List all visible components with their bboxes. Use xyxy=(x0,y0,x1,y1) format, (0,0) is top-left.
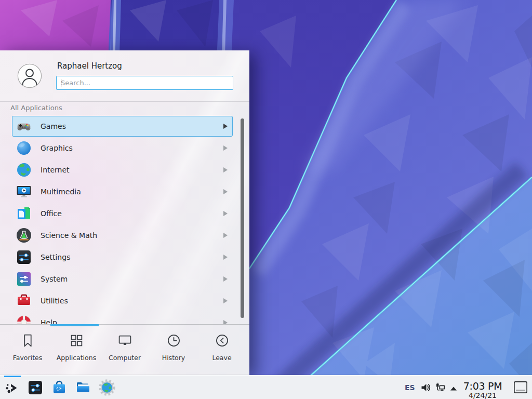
tab-label: Favorites xyxy=(3,354,52,362)
category-label: Graphics xyxy=(41,144,73,152)
web-browser-icon[interactable] xyxy=(99,379,115,396)
desktop: Raphael Hertzog All Applications xyxy=(0,0,532,399)
digital-clock[interactable]: 7:03 PM 4/24/21 xyxy=(461,381,504,399)
section-label: All Applications xyxy=(10,104,62,112)
tab-leave[interactable]: Leave xyxy=(197,334,246,362)
application-launcher-button[interactable] xyxy=(2,376,23,399)
submenu-arrow-icon xyxy=(223,124,228,129)
category-internet[interactable]: Internet xyxy=(12,159,233,180)
submenu-arrow-icon xyxy=(223,298,228,303)
category-label: System xyxy=(41,275,68,283)
settings-icon xyxy=(16,249,32,265)
expand-tray-arrow-icon[interactable] xyxy=(449,384,458,391)
utilities-icon xyxy=(16,292,32,309)
tabbar-separator xyxy=(0,324,249,325)
file-manager-icon[interactable] xyxy=(75,379,91,396)
submenu-arrow-icon xyxy=(223,233,228,238)
help-icon xyxy=(16,314,32,324)
user-avatar-icon[interactable] xyxy=(17,63,42,88)
category-label: Science & Math xyxy=(41,231,97,240)
applications-icon xyxy=(70,340,84,350)
category-science-math[interactable]: Science & Math xyxy=(12,225,233,246)
clock-date: 4/24/21 xyxy=(461,391,504,399)
office-icon xyxy=(16,205,32,222)
submenu-arrow-icon xyxy=(223,255,228,260)
show-desktop-button[interactable] xyxy=(514,381,527,393)
category-multimedia[interactable]: Multimedia xyxy=(12,181,233,202)
scrollbar-handle[interactable] xyxy=(241,118,244,318)
tab-label: History xyxy=(149,354,198,362)
history-icon xyxy=(167,340,181,350)
category-label: Games xyxy=(41,122,66,130)
application-launcher-menu: Raphael Hertzog All Applications xyxy=(0,50,249,375)
discover-software-center-icon[interactable] xyxy=(51,379,68,396)
multimedia-icon xyxy=(16,183,32,200)
submenu-arrow-icon xyxy=(223,189,228,194)
submenu-arrow-icon xyxy=(223,211,228,216)
user-name: Raphael Hertzog xyxy=(57,61,122,71)
tab-label: Computer xyxy=(100,354,149,362)
clock-time: 7:03 PM xyxy=(461,381,504,391)
science-icon xyxy=(16,227,32,244)
submenu-arrow-icon xyxy=(223,276,228,282)
category-label: Utilities xyxy=(41,297,68,305)
submenu-arrow-icon xyxy=(223,167,228,172)
taskbar: ES 7:03 PM 4/24/21 xyxy=(0,375,532,399)
category-office[interactable]: Office xyxy=(12,203,233,224)
pinned-apps xyxy=(27,379,115,396)
volume-icon[interactable] xyxy=(420,382,431,393)
launcher-active-indicator xyxy=(4,376,21,377)
graphics-icon xyxy=(16,140,32,156)
games-icon xyxy=(16,118,32,135)
category-label: Internet xyxy=(41,166,70,174)
tab-favorites[interactable]: Favorites xyxy=(3,334,52,362)
favorites-icon xyxy=(21,340,35,350)
tab-label: Leave xyxy=(197,354,246,362)
submenu-arrow-icon xyxy=(223,320,228,324)
category-utilities[interactable]: Utilities xyxy=(12,290,233,311)
internet-icon xyxy=(16,162,32,178)
category-label: Settings xyxy=(41,253,70,261)
category-label: Help xyxy=(41,318,57,324)
tab-history[interactable]: History xyxy=(149,334,198,362)
text-caret xyxy=(61,79,61,87)
system-icon xyxy=(16,271,32,287)
kde-launcher-icon xyxy=(4,380,21,396)
category-help[interactable]: Help xyxy=(12,312,233,324)
launcher-header: Raphael Hertzog xyxy=(0,50,249,102)
leave-icon xyxy=(215,340,229,350)
tab-computer[interactable]: Computer xyxy=(100,334,149,362)
computer-icon xyxy=(118,340,132,350)
category-settings[interactable]: Settings xyxy=(12,247,233,268)
category-label: Multimedia xyxy=(41,188,81,196)
category-label: Office xyxy=(41,209,62,218)
system-settings-icon[interactable] xyxy=(27,379,44,396)
category-system[interactable]: System xyxy=(12,269,233,289)
tab-label: Applications xyxy=(52,354,101,362)
network-icon[interactable] xyxy=(435,382,446,393)
submenu-arrow-icon xyxy=(223,145,228,151)
active-tab-indicator xyxy=(50,324,99,326)
category-graphics[interactable]: Graphics xyxy=(12,138,233,158)
keyboard-layout-indicator[interactable]: ES xyxy=(405,383,415,392)
tab-applications[interactable]: Applications xyxy=(52,334,101,362)
category-games[interactable]: Games xyxy=(12,116,233,137)
category-list: Games Graphics xyxy=(12,116,233,324)
search-input[interactable] xyxy=(56,76,233,90)
